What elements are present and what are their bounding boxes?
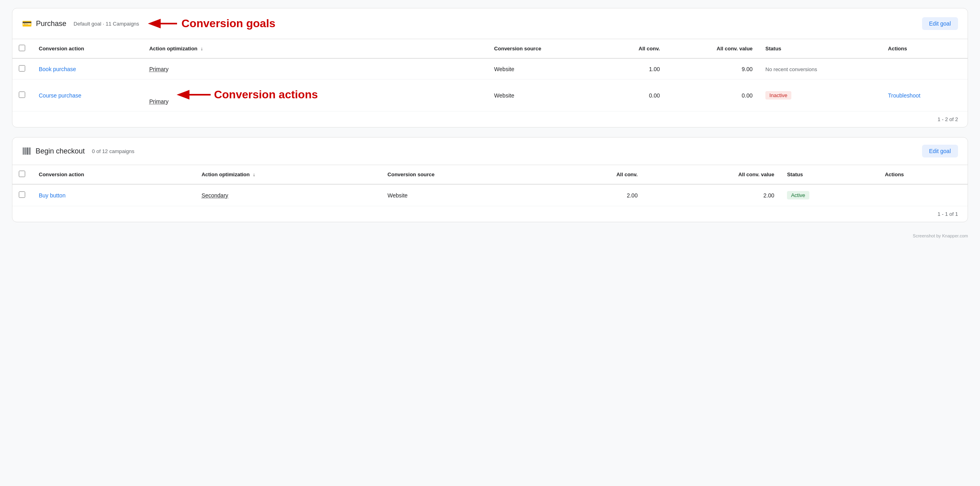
purchase-icon: 💳 (22, 19, 32, 28)
book-purchase-action-opt[interactable]: Primary (149, 66, 168, 72)
checkout-icon (22, 146, 32, 156)
book-purchase-checkbox-cell (12, 58, 32, 80)
book-purchase-status: No recent conversions (765, 66, 817, 72)
checkout-title: Begin checkout (36, 147, 85, 155)
book-purchase-action-opt-cell: Primary (143, 58, 488, 80)
svg-rect-6 (25, 147, 26, 155)
checkout-pagination: 1 - 1 of 1 (12, 206, 968, 222)
purchase-edit-goal-button[interactable]: Edit goal (922, 17, 958, 30)
purchase-header-action-optimization: Action optimization ↓ (143, 39, 488, 58)
checkout-header-action-optimization: Action optimization ↓ (195, 165, 381, 184)
purchase-title: Purchase (36, 20, 66, 28)
book-purchase-source-cell: Website (488, 58, 602, 80)
purchase-header-status: Status (759, 39, 882, 58)
buy-button-all-conv-cell: 2.00 (549, 184, 644, 206)
course-purchase-source-cell: Website (488, 80, 602, 112)
checkout-header-all-conv-value: All conv. value (644, 165, 781, 184)
checkout-table: Conversion action Action optimization ↓ … (12, 165, 968, 206)
purchase-header-checkbox (12, 39, 32, 58)
book-purchase-all-conv-cell: 1.00 (602, 58, 666, 80)
buy-button-checkbox-cell (12, 184, 32, 206)
svg-rect-7 (26, 147, 26, 155)
buy-button-source-cell: Website (381, 184, 549, 206)
book-purchase-status-cell: No recent conversions (759, 58, 882, 80)
buy-button-name-cell: Buy button (32, 184, 195, 206)
buy-button-status-badge: Active (787, 191, 809, 199)
checkout-edit-goal-button[interactable]: Edit goal (922, 145, 958, 157)
course-purchase-checkbox-cell (12, 80, 32, 112)
purchase-header-left: 💳 Purchase Default goal · 11 Campaigns C… (22, 16, 275, 32)
purchase-select-all-checkbox[interactable] (19, 45, 25, 51)
purchase-card-header: 💳 Purchase Default goal · 11 Campaigns C… (12, 8, 968, 39)
svg-rect-4 (23, 147, 24, 155)
buy-button-action-cell (878, 184, 968, 206)
checkout-header-conversion-source: Conversion source (381, 165, 549, 184)
course-purchase-name-cell: Course purchase (32, 80, 143, 112)
conversion-goals-annotation: Conversion goals (181, 17, 275, 30)
course-purchase-status-cell: Inactive (759, 80, 882, 112)
course-purchase-action-cell: Troubleshoot (882, 80, 968, 112)
watermark: Screenshot by Knapper.com (12, 232, 968, 240)
purchase-header-all-conv: All conv. (602, 39, 666, 58)
book-purchase-name-cell: Book purchase (32, 58, 143, 80)
purchase-table: Conversion action Action optimization ↓ … (12, 39, 968, 111)
checkout-header-conversion-action: Conversion action (32, 165, 195, 184)
checkout-header-actions: Actions (878, 165, 968, 184)
purchase-meta: Default goal · 11 Campaigns (74, 21, 139, 27)
book-purchase-all-conv-value-cell: 9.00 (666, 58, 759, 80)
course-purchase-status-badge: Inactive (765, 91, 791, 100)
buy-button-all-conv-value-cell: 2.00 (644, 184, 781, 206)
buy-button-action-opt-cell: Secondary (195, 184, 381, 206)
course-purchase-checkbox[interactable] (19, 92, 25, 98)
checkout-header-checkbox (12, 165, 32, 184)
buy-button-link[interactable]: Buy button (39, 192, 66, 199)
buy-button-action-opt[interactable]: Secondary (201, 192, 228, 199)
purchase-header-conversion-source: Conversion source (488, 39, 602, 58)
action-opt-sort-icon[interactable]: ↓ (201, 46, 203, 52)
book-purchase-action-cell (882, 58, 968, 80)
buy-button-checkbox[interactable] (19, 191, 25, 198)
course-purchase-link[interactable]: Course purchase (39, 92, 82, 99)
book-purchase-checkbox[interactable] (19, 65, 25, 72)
table-row: Buy button Secondary Website 2.00 2.00 A… (12, 184, 968, 206)
table-row: Book purchase Primary Website 1.00 9.00 … (12, 58, 968, 80)
table-row: Course purchase Primary (12, 80, 968, 112)
checkout-header-status: Status (781, 165, 878, 184)
course-purchase-action-opt-cell: Primary Conversion actions (143, 80, 488, 112)
course-purchase-all-conv-cell: 0.00 (602, 80, 666, 112)
barcode-icon (22, 146, 32, 156)
svg-rect-8 (27, 147, 28, 155)
checkout-meta: 0 of 12 campaigns (92, 148, 134, 154)
buy-button-status-cell: Active (781, 184, 878, 206)
purchase-header-actions: Actions (882, 39, 968, 58)
course-purchase-all-conv-value-cell: 0.00 (666, 80, 759, 112)
purchase-card: 💳 Purchase Default goal · 11 Campaigns C… (12, 8, 968, 127)
checkout-card-header: Begin checkout 0 of 12 campaigns Edit go… (12, 137, 968, 165)
course-purchase-troubleshoot-link[interactable]: Troubleshoot (888, 92, 920, 99)
checkout-action-opt-sort-icon[interactable]: ↓ (253, 172, 255, 177)
checkout-header-all-conv: All conv. (549, 165, 644, 184)
red-arrow-actions-icon (177, 86, 213, 104)
purchase-table-header-row: Conversion action Action optimization ↓ … (12, 39, 968, 58)
checkout-header-left: Begin checkout 0 of 12 campaigns (22, 146, 134, 156)
checkout-card: Begin checkout 0 of 12 campaigns Edit go… (12, 137, 968, 222)
svg-rect-10 (29, 147, 30, 155)
svg-rect-5 (24, 147, 24, 155)
conversion-actions-annotation: Conversion actions (214, 88, 318, 101)
course-purchase-action-opt[interactable]: Primary (149, 98, 168, 105)
book-purchase-link[interactable]: Book purchase (39, 66, 76, 72)
red-arrow-goals-icon (147, 16, 179, 32)
purchase-header-all-conv-value: All conv. value (666, 39, 759, 58)
checkout-select-all-checkbox[interactable] (19, 171, 25, 177)
svg-rect-9 (28, 147, 29, 155)
purchase-header-conversion-action: Conversion action (32, 39, 143, 58)
checkout-table-header-row: Conversion action Action optimization ↓ … (12, 165, 968, 184)
svg-rect-11 (30, 147, 31, 155)
purchase-pagination: 1 - 2 of 2 (12, 111, 968, 127)
